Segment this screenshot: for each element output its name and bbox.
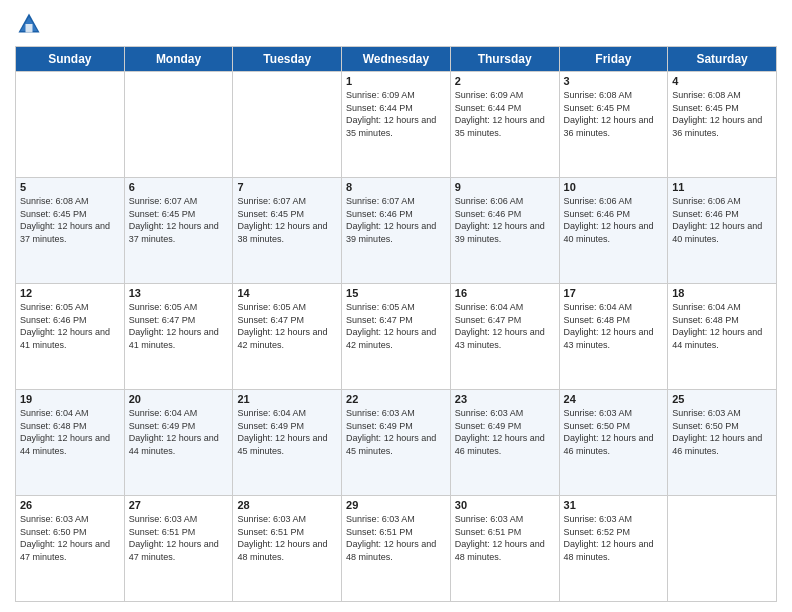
calendar-cell: 29Sunrise: 6:03 AMSunset: 6:51 PMDayligh…: [342, 496, 451, 602]
calendar-cell: 8Sunrise: 6:07 AMSunset: 6:46 PMDaylight…: [342, 178, 451, 284]
calendar-cell: 25Sunrise: 6:03 AMSunset: 6:50 PMDayligh…: [668, 390, 777, 496]
day-number: 10: [564, 181, 664, 193]
calendar-header-row: SundayMondayTuesdayWednesdayThursdayFrid…: [16, 47, 777, 72]
day-number: 7: [237, 181, 337, 193]
day-number: 26: [20, 499, 120, 511]
calendar-week-row: 12Sunrise: 6:05 AMSunset: 6:46 PMDayligh…: [16, 284, 777, 390]
day-info: Sunrise: 6:03 AMSunset: 6:50 PMDaylight:…: [672, 407, 772, 457]
day-info: Sunrise: 6:03 AMSunset: 6:50 PMDaylight:…: [564, 407, 664, 457]
day-number: 23: [455, 393, 555, 405]
calendar-cell: [668, 496, 777, 602]
calendar-cell: 4Sunrise: 6:08 AMSunset: 6:45 PMDaylight…: [668, 72, 777, 178]
calendar-cell: 2Sunrise: 6:09 AMSunset: 6:44 PMDaylight…: [450, 72, 559, 178]
calendar-cell: [16, 72, 125, 178]
calendar-day-header: Thursday: [450, 47, 559, 72]
day-number: 17: [564, 287, 664, 299]
day-number: 1: [346, 75, 446, 87]
day-info: Sunrise: 6:04 AMSunset: 6:47 PMDaylight:…: [455, 301, 555, 351]
day-number: 19: [20, 393, 120, 405]
calendar-cell: 10Sunrise: 6:06 AMSunset: 6:46 PMDayligh…: [559, 178, 668, 284]
logo: [15, 10, 47, 38]
day-info: Sunrise: 6:04 AMSunset: 6:48 PMDaylight:…: [564, 301, 664, 351]
calendar-cell: 5Sunrise: 6:08 AMSunset: 6:45 PMDaylight…: [16, 178, 125, 284]
day-number: 24: [564, 393, 664, 405]
day-info: Sunrise: 6:03 AMSunset: 6:51 PMDaylight:…: [129, 513, 229, 563]
day-info: Sunrise: 6:08 AMSunset: 6:45 PMDaylight:…: [672, 89, 772, 139]
day-info: Sunrise: 6:06 AMSunset: 6:46 PMDaylight:…: [455, 195, 555, 245]
day-info: Sunrise: 6:09 AMSunset: 6:44 PMDaylight:…: [455, 89, 555, 139]
day-number: 20: [129, 393, 229, 405]
day-info: Sunrise: 6:03 AMSunset: 6:49 PMDaylight:…: [455, 407, 555, 457]
page: SundayMondayTuesdayWednesdayThursdayFrid…: [0, 0, 792, 612]
calendar-week-row: 19Sunrise: 6:04 AMSunset: 6:48 PMDayligh…: [16, 390, 777, 496]
day-number: 21: [237, 393, 337, 405]
calendar-cell: [233, 72, 342, 178]
calendar-cell: 13Sunrise: 6:05 AMSunset: 6:47 PMDayligh…: [124, 284, 233, 390]
calendar-day-header: Monday: [124, 47, 233, 72]
day-info: Sunrise: 6:03 AMSunset: 6:50 PMDaylight:…: [20, 513, 120, 563]
calendar-day-header: Saturday: [668, 47, 777, 72]
calendar-cell: 26Sunrise: 6:03 AMSunset: 6:50 PMDayligh…: [16, 496, 125, 602]
calendar-cell: 1Sunrise: 6:09 AMSunset: 6:44 PMDaylight…: [342, 72, 451, 178]
day-number: 25: [672, 393, 772, 405]
calendar-cell: 19Sunrise: 6:04 AMSunset: 6:48 PMDayligh…: [16, 390, 125, 496]
day-number: 3: [564, 75, 664, 87]
calendar-week-row: 5Sunrise: 6:08 AMSunset: 6:45 PMDaylight…: [16, 178, 777, 284]
day-info: Sunrise: 6:04 AMSunset: 6:49 PMDaylight:…: [129, 407, 229, 457]
day-number: 27: [129, 499, 229, 511]
calendar-cell: 23Sunrise: 6:03 AMSunset: 6:49 PMDayligh…: [450, 390, 559, 496]
calendar-cell: 15Sunrise: 6:05 AMSunset: 6:47 PMDayligh…: [342, 284, 451, 390]
calendar-cell: 28Sunrise: 6:03 AMSunset: 6:51 PMDayligh…: [233, 496, 342, 602]
calendar-cell: 17Sunrise: 6:04 AMSunset: 6:48 PMDayligh…: [559, 284, 668, 390]
day-info: Sunrise: 6:07 AMSunset: 6:46 PMDaylight:…: [346, 195, 446, 245]
calendar-cell: 3Sunrise: 6:08 AMSunset: 6:45 PMDaylight…: [559, 72, 668, 178]
day-number: 18: [672, 287, 772, 299]
day-number: 13: [129, 287, 229, 299]
calendar-cell: 30Sunrise: 6:03 AMSunset: 6:51 PMDayligh…: [450, 496, 559, 602]
day-info: Sunrise: 6:03 AMSunset: 6:49 PMDaylight:…: [346, 407, 446, 457]
day-number: 6: [129, 181, 229, 193]
calendar-day-header: Tuesday: [233, 47, 342, 72]
day-number: 15: [346, 287, 446, 299]
logo-icon: [15, 10, 43, 38]
day-info: Sunrise: 6:07 AMSunset: 6:45 PMDaylight:…: [237, 195, 337, 245]
calendar-cell: [124, 72, 233, 178]
day-number: 2: [455, 75, 555, 87]
calendar-day-header: Friday: [559, 47, 668, 72]
day-info: Sunrise: 6:04 AMSunset: 6:48 PMDaylight:…: [672, 301, 772, 351]
day-number: 31: [564, 499, 664, 511]
calendar-cell: 24Sunrise: 6:03 AMSunset: 6:50 PMDayligh…: [559, 390, 668, 496]
day-info: Sunrise: 6:05 AMSunset: 6:47 PMDaylight:…: [129, 301, 229, 351]
calendar-day-header: Wednesday: [342, 47, 451, 72]
calendar-cell: 16Sunrise: 6:04 AMSunset: 6:47 PMDayligh…: [450, 284, 559, 390]
day-info: Sunrise: 6:05 AMSunset: 6:47 PMDaylight:…: [346, 301, 446, 351]
day-info: Sunrise: 6:04 AMSunset: 6:49 PMDaylight:…: [237, 407, 337, 457]
calendar-week-row: 26Sunrise: 6:03 AMSunset: 6:50 PMDayligh…: [16, 496, 777, 602]
day-info: Sunrise: 6:06 AMSunset: 6:46 PMDaylight:…: [672, 195, 772, 245]
day-info: Sunrise: 6:04 AMSunset: 6:48 PMDaylight:…: [20, 407, 120, 457]
calendar-cell: 21Sunrise: 6:04 AMSunset: 6:49 PMDayligh…: [233, 390, 342, 496]
day-number: 4: [672, 75, 772, 87]
calendar-cell: 18Sunrise: 6:04 AMSunset: 6:48 PMDayligh…: [668, 284, 777, 390]
calendar-table: SundayMondayTuesdayWednesdayThursdayFrid…: [15, 46, 777, 602]
calendar-cell: 6Sunrise: 6:07 AMSunset: 6:45 PMDaylight…: [124, 178, 233, 284]
day-info: Sunrise: 6:03 AMSunset: 6:52 PMDaylight:…: [564, 513, 664, 563]
day-info: Sunrise: 6:03 AMSunset: 6:51 PMDaylight:…: [237, 513, 337, 563]
day-info: Sunrise: 6:05 AMSunset: 6:47 PMDaylight:…: [237, 301, 337, 351]
calendar-cell: 12Sunrise: 6:05 AMSunset: 6:46 PMDayligh…: [16, 284, 125, 390]
day-info: Sunrise: 6:08 AMSunset: 6:45 PMDaylight:…: [564, 89, 664, 139]
day-number: 14: [237, 287, 337, 299]
calendar-cell: 11Sunrise: 6:06 AMSunset: 6:46 PMDayligh…: [668, 178, 777, 284]
day-info: Sunrise: 6:09 AMSunset: 6:44 PMDaylight:…: [346, 89, 446, 139]
day-info: Sunrise: 6:05 AMSunset: 6:46 PMDaylight:…: [20, 301, 120, 351]
calendar-cell: 31Sunrise: 6:03 AMSunset: 6:52 PMDayligh…: [559, 496, 668, 602]
calendar-cell: 14Sunrise: 6:05 AMSunset: 6:47 PMDayligh…: [233, 284, 342, 390]
day-number: 29: [346, 499, 446, 511]
day-number: 11: [672, 181, 772, 193]
day-number: 16: [455, 287, 555, 299]
calendar-cell: 7Sunrise: 6:07 AMSunset: 6:45 PMDaylight…: [233, 178, 342, 284]
day-number: 5: [20, 181, 120, 193]
calendar-cell: 20Sunrise: 6:04 AMSunset: 6:49 PMDayligh…: [124, 390, 233, 496]
day-number: 28: [237, 499, 337, 511]
day-number: 12: [20, 287, 120, 299]
